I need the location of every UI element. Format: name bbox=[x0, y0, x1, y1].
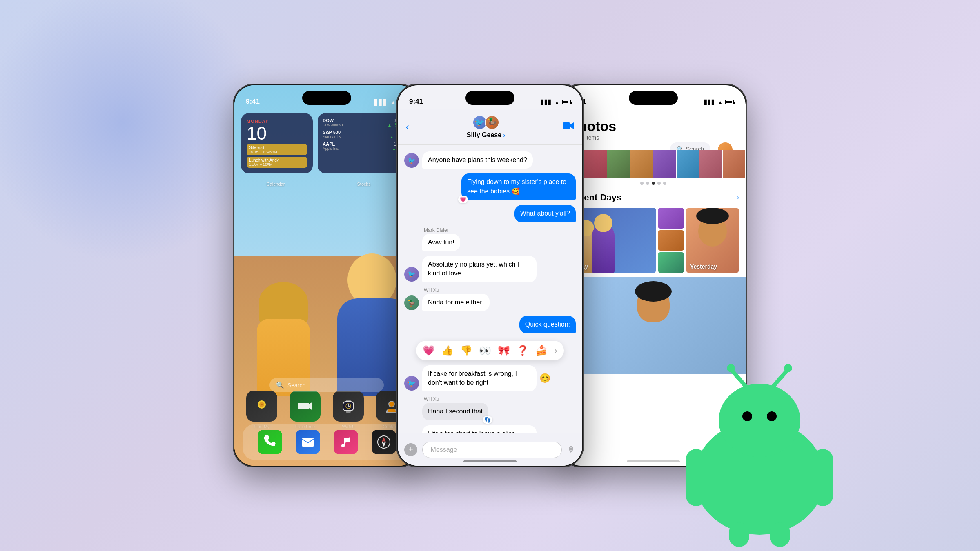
app-facetime[interactable]: FaceTime bbox=[290, 391, 321, 429]
android-antenna-left bbox=[731, 369, 745, 386]
status-icons-photos: ▋▋▋ ▲ bbox=[704, 99, 734, 106]
message-3: What about y'all? bbox=[404, 205, 576, 222]
add-reaction-btn[interactable]: 😊 bbox=[539, 373, 550, 384]
app-findmy[interactable]: Find My bbox=[246, 391, 277, 429]
calendar-event1: Site visit 10:15 – 10:45AM bbox=[247, 144, 307, 155]
yesterday-tile[interactable]: Yesterday bbox=[686, 208, 739, 273]
messages-list[interactable]: 🐦 Anyone have plans this weekend? Flying… bbox=[398, 145, 582, 433]
stock-row-sp500: S&P 500 Standard &... 5,036 ▲ +80.48 bbox=[323, 130, 408, 139]
watch-icon-svg bbox=[339, 397, 357, 415]
mini-photo-3[interactable] bbox=[658, 252, 684, 273]
msg11-bubble: If cake for breakfast is wrong, I don't … bbox=[422, 365, 537, 392]
dock-phone-app[interactable] bbox=[258, 430, 282, 454]
imessage-input[interactable]: iMessage bbox=[422, 442, 562, 458]
battery-icon-2 bbox=[562, 99, 571, 106]
messages-header: ‹ 🐦 🦆 Silly Geese › bbox=[398, 109, 582, 145]
strip-photo-8 bbox=[723, 150, 746, 178]
yesterday-label: Yesterday bbox=[690, 263, 717, 270]
signal-icon-2: ▋▋▋ bbox=[541, 100, 552, 105]
msg9-bubble: Quick question: bbox=[519, 316, 576, 333]
dock-music-app[interactable] bbox=[334, 430, 358, 454]
footprint-reaction: 👣 bbox=[483, 416, 492, 424]
child-hair bbox=[259, 282, 308, 323]
msg9-content: Quick question: bbox=[519, 316, 576, 333]
dot-1[interactable] bbox=[640, 182, 644, 185]
phone-home: 9:41 ▋▋▋ ▲ bbox=[233, 84, 421, 467]
group-info-chevron[interactable]: › bbox=[503, 132, 506, 138]
calendar-widget[interactable]: MONDAY 10 Site visit 10:15 – 10:45AM Lun… bbox=[241, 113, 313, 173]
reaction-question[interactable]: ❓ bbox=[517, 345, 529, 356]
group-name: Silly Geese › bbox=[467, 131, 506, 139]
reaction-thumbsdown[interactable]: 👎 bbox=[460, 345, 472, 356]
recent-days-grid: Today bbox=[568, 208, 739, 273]
photos-header: Photos 8,342 Items bbox=[561, 109, 746, 150]
status-icons-messages: ▋▋▋ ▲ bbox=[541, 99, 571, 106]
dot-4[interactable] bbox=[657, 182, 661, 185]
svg-rect-14 bbox=[563, 122, 570, 129]
message-2: Flying down to my sister's place to see … bbox=[404, 173, 576, 200]
back-button-messages[interactable]: ‹ bbox=[406, 121, 409, 133]
msg5-bubble: Aww fun! bbox=[422, 234, 460, 251]
android-svg bbox=[653, 339, 866, 551]
photos-strip bbox=[561, 150, 746, 178]
phone-messages-frame: 9:41 ▋▋▋ ▲ bbox=[396, 84, 584, 467]
dynamic-island-3 bbox=[629, 91, 678, 105]
phone-icon-svg bbox=[263, 435, 277, 449]
dock-safari-app[interactable] bbox=[372, 430, 396, 454]
dock-mail-app[interactable] bbox=[296, 430, 320, 454]
reaction-cake[interactable]: 🍰 bbox=[535, 345, 548, 356]
mail-icon-svg bbox=[301, 435, 315, 449]
reaction-thumbsup[interactable]: 👍 bbox=[441, 345, 454, 356]
msg5-content: Aww fun! bbox=[422, 234, 460, 251]
findmy-icon-svg bbox=[253, 397, 271, 415]
calendar-event2: Lunch with Andy 11AM – 12PM bbox=[247, 157, 307, 168]
findmy-icon bbox=[246, 391, 277, 422]
avatar-msg8: 🦆 bbox=[404, 295, 419, 310]
message-6: 🐦 Absolutely no plans yet, which I kind … bbox=[404, 256, 576, 282]
reaction-eyes[interactable]: 👀 bbox=[479, 345, 491, 356]
dot-3[interactable] bbox=[652, 182, 655, 185]
message-5: Aww fun! bbox=[404, 234, 576, 251]
message-plus-button[interactable]: + bbox=[404, 443, 417, 456]
dot-5[interactable] bbox=[663, 182, 666, 185]
wifi-icon-3: ▲ bbox=[718, 100, 723, 105]
app-watch[interactable]: Watch bbox=[333, 391, 364, 429]
msg14-content: Life's too short to leave a slice behind bbox=[422, 425, 537, 433]
phone-messages-screen: 9:41 ▋▋▋ ▲ bbox=[398, 85, 582, 466]
wifi-icon: ▲ bbox=[390, 99, 396, 106]
imessage-placeholder: iMessage bbox=[429, 446, 457, 453]
mini-photo-1[interactable] bbox=[658, 208, 684, 229]
msg3-content: What about y'all? bbox=[514, 205, 576, 222]
signal-icon: ▋▋▋ bbox=[374, 99, 388, 106]
message-14: 🦆 Life's too short to leave a slice behi… bbox=[404, 425, 576, 433]
video-call-button[interactable] bbox=[563, 121, 574, 133]
stock-aapl-symbol: AAPL bbox=[323, 142, 339, 147]
android-eye-left bbox=[742, 411, 752, 421]
reaction-more[interactable]: › bbox=[554, 345, 557, 356]
reaction-heart[interactable]: 💗 bbox=[423, 345, 435, 356]
microphone-button[interactable]: 🎙 bbox=[567, 444, 576, 455]
mini-photo-2[interactable] bbox=[658, 230, 684, 251]
today-small-stack bbox=[658, 208, 684, 273]
svg-rect-4 bbox=[346, 411, 351, 413]
android-eye-right bbox=[767, 411, 777, 421]
reaction-ribbon[interactable]: 🎀 bbox=[498, 345, 510, 356]
dynamic-island-2 bbox=[466, 91, 514, 105]
dot-2[interactable] bbox=[646, 182, 649, 185]
calendar-day-num: 10 bbox=[247, 124, 307, 142]
svg-point-2 bbox=[261, 404, 263, 405]
widgets-row: MONDAY 10 Site visit 10:15 – 10:45AM Lun… bbox=[241, 113, 412, 173]
recent-days-more[interactable]: › bbox=[737, 194, 739, 201]
emoji-reactions-bar[interactable]: 💗 👍 👎 👀 🎀 ❓ 🍰 › bbox=[416, 341, 564, 360]
search-bar-home[interactable]: 🔍 Search bbox=[270, 378, 384, 392]
watch-icon bbox=[333, 391, 364, 422]
message-8: 🦆 Nada for me either! bbox=[404, 294, 576, 311]
message-13: Haha I second that 👣 bbox=[404, 403, 576, 420]
child-hair-dark bbox=[635, 281, 672, 302]
stock-sp500-desc: Standard &... bbox=[323, 135, 344, 139]
android-head bbox=[719, 384, 800, 457]
strip-photo-7 bbox=[699, 150, 723, 178]
home-indicator-phone2 bbox=[463, 460, 517, 462]
messages-group-info: 🐦 🦆 Silly Geese › bbox=[467, 115, 506, 139]
message-9: Quick question: bbox=[404, 316, 576, 333]
